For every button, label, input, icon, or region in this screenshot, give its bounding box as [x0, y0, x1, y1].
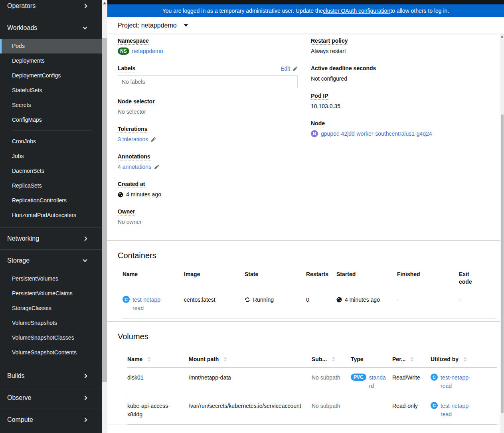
- namespace-link[interactable]: netappdemo: [132, 47, 163, 55]
- pod-ip-value: 10.103.0.35: [311, 102, 340, 110]
- table-cell: Read/Write: [392, 368, 431, 388]
- table-cell: /var/run/secrets/kubernetes.io/serviceac…: [189, 396, 312, 416]
- pencil-icon[interactable]: [151, 137, 156, 142]
- resource-link[interactable]: test-netapp-read: [441, 374, 472, 390]
- field-label: Pod IP: [311, 93, 328, 100]
- column-header-sub-[interactable]: Sub...: [312, 354, 351, 367]
- main-scrollbar-thumb[interactable]: [501, 115, 504, 413]
- sidebar-section-storage[interactable]: Storage: [0, 249, 102, 271]
- sidebar-scrollbar-thumb[interactable]: [102, 38, 107, 382]
- sidebar-item-volumesnapshotclasses[interactable]: VolumeSnapshotClasses: [0, 330, 102, 345]
- sidebar-section-label: Operators: [7, 2, 36, 10]
- column-header-exit-code: Exit code: [459, 269, 497, 290]
- table-cell: PVCstandard: [351, 368, 392, 396]
- column-header-name: Name: [123, 269, 184, 282]
- resource-link[interactable]: test-netapp-read: [132, 296, 164, 312]
- sidebar-item-statefulsets[interactable]: StatefulSets: [0, 83, 102, 98]
- sidebar-item-replicasets[interactable]: ReplicaSets: [0, 178, 102, 193]
- sidebar-section-label: Compute: [7, 416, 33, 423]
- column-header-utilized-by[interactable]: Utilized by: [431, 354, 497, 367]
- chevron-right-icon: [83, 417, 87, 422]
- sidebar-item-horizontalpodautoscalers[interactable]: HorizontalPodAutoscalers: [0, 208, 102, 223]
- column-header-per-[interactable]: Per...: [392, 354, 431, 367]
- sidebar-section-observe[interactable]: Observe: [0, 387, 102, 409]
- field-labels: Labels Edit No labels: [118, 64, 298, 88]
- table-cell: Ctest-netapp-read: [431, 396, 497, 424]
- sort-icon[interactable]: [332, 357, 335, 362]
- sidebar-section-label: Networking: [7, 235, 39, 242]
- sort-icon[interactable]: [463, 357, 467, 362]
- field-label: Active deadline seconds: [311, 65, 376, 72]
- caret-down-icon[interactable]: [184, 24, 188, 27]
- sidebar-section-networking[interactable]: Networking: [0, 227, 102, 249]
- table-cell: centos:latest: [184, 290, 245, 310]
- project-selector[interactable]: Project: netappdemo: [118, 22, 177, 29]
- annotations-link[interactable]: 4 annotations: [118, 163, 151, 171]
- table-cell: disk01: [127, 368, 189, 388]
- sidebar-item-configmaps[interactable]: ConfigMaps: [0, 113, 102, 127]
- sidebar-item-volumesnapshots[interactable]: VolumeSnapshots: [0, 316, 102, 330]
- sidebar-scrollbar[interactable]: [102, 0, 107, 433]
- column-header-name[interactable]: Name: [127, 354, 189, 367]
- resource-link[interactable]: test-netapp-read: [441, 402, 472, 419]
- field-tolerations: Tolerations 3 tolerations: [118, 125, 298, 143]
- oauth-config-link[interactable]: cluster OAuth configuration: [323, 8, 390, 14]
- field-annotations: Annotations 4 annotations: [118, 152, 298, 171]
- table-row: kube-api-access-x84dg/var/run/secrets/ku…: [127, 396, 497, 425]
- edit-labels-button[interactable]: Edit: [281, 65, 298, 73]
- sidebar-nav: OperatorsWorkloadsPodsDeploymentsDeploym…: [0, 0, 102, 433]
- field-label: Owner: [118, 208, 135, 216]
- sidebar-item-storageclasses[interactable]: StorageClasses: [0, 301, 102, 316]
- sidebar-item-replicationcontrollers[interactable]: ReplicationControllers: [0, 193, 102, 208]
- resource-link[interactable]: standard: [369, 374, 387, 390]
- field-label: Created at: [118, 181, 145, 188]
- sort-icon[interactable]: [223, 357, 227, 362]
- sidebar-section-label: Workloads: [7, 24, 37, 32]
- field-label: Restart policy: [311, 38, 348, 45]
- nav-divider: [12, 130, 91, 131]
- sidebar-section-operators[interactable]: Operators: [0, 0, 102, 17]
- table-cell: Running: [245, 290, 306, 310]
- sidebar-section-compute[interactable]: Compute: [0, 409, 102, 431]
- sidebar-item-jobs[interactable]: Jobs: [0, 149, 102, 164]
- column-header-started: Started: [336, 269, 397, 282]
- sidebar-item-secrets[interactable]: Secrets: [0, 98, 102, 113]
- sidebar-item-daemonsets[interactable]: DaemonSets: [0, 164, 102, 178]
- table-cell: [351, 396, 392, 407]
- sidebar-item-pods[interactable]: Pods: [0, 39, 102, 53]
- login-banner: You are logged in as a temporary adminis…: [107, 4, 504, 17]
- pencil-icon[interactable]: [154, 164, 159, 170]
- sidebar-item-persistentvolumes[interactable]: PersistentVolumes: [0, 271, 102, 286]
- created-at-value: 4 minutes ago: [126, 190, 161, 198]
- pencil-icon: [293, 66, 298, 71]
- sort-icon[interactable]: [410, 357, 414, 362]
- sidebar-item-persistentvolumeclaims[interactable]: PersistentVolumeClaims: [0, 286, 102, 301]
- sidebar-section-label: Storage: [7, 257, 30, 264]
- field-pod-ip: Pod IP 10.103.0.35: [311, 92, 497, 110]
- main-scrollbar[interactable]: [500, 34, 504, 433]
- masthead-edge: [107, 0, 504, 4]
- node-link[interactable]: gpupoc-42jdd-worker-southcentralus1-g4q2…: [321, 130, 432, 138]
- scroll-up-icon[interactable]: [103, 2, 106, 4]
- sidebar-section-builds[interactable]: Builds: [0, 365, 102, 387]
- field-node-selector: Node selector No selector: [118, 97, 298, 116]
- scroll-up-icon[interactable]: [501, 36, 503, 38]
- sync-icon: [245, 297, 250, 303]
- sidebar-item-deployments[interactable]: Deployments: [0, 53, 102, 68]
- labels-empty-text: No labels: [122, 79, 145, 85]
- sidebar-item-cronjobs[interactable]: CronJobs: [0, 134, 102, 149]
- sort-icon[interactable]: [147, 357, 151, 362]
- chevron-down-icon: [83, 25, 87, 29]
- chevron-down-icon: [83, 257, 87, 262]
- sidebar-item-volumesnapshotcontents[interactable]: VolumeSnapshotContents: [0, 345, 102, 360]
- volumes-section: Volumes NameMount pathSub...TypePer...Ut…: [107, 322, 504, 425]
- restart-policy-value: Always restart: [311, 47, 346, 55]
- sidebar-section-label: Observe: [7, 394, 31, 401]
- field-namespace: Namespace NS netappdemo: [118, 37, 298, 55]
- tolerations-link[interactable]: 3 tolerations: [118, 135, 148, 143]
- volumes-title: Volumes: [118, 332, 497, 341]
- sidebar-section-workloads[interactable]: Workloads: [0, 17, 102, 39]
- field-active-deadline: Active deadline seconds Not configured: [311, 64, 497, 83]
- sidebar-item-deploymentconfigs[interactable]: DeploymentConfigs: [0, 68, 102, 83]
- column-header-mount-path[interactable]: Mount path: [189, 354, 312, 367]
